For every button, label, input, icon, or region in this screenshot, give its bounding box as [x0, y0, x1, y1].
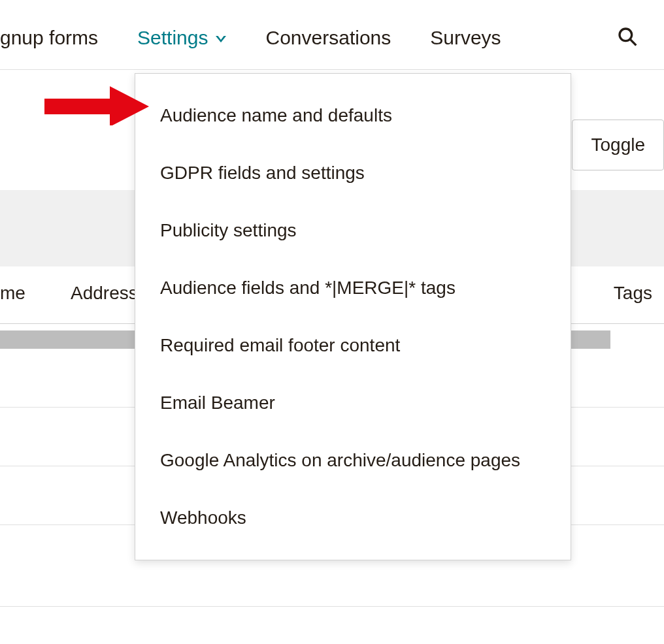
nav-conversations-label: Conversations [265, 27, 391, 49]
svg-line-1 [631, 40, 637, 46]
dropdown-item-audience-name-defaults[interactable]: Audience name and defaults [135, 87, 571, 144]
search-icon [617, 38, 638, 49]
dropdown-item-label: Publicity settings [160, 220, 297, 240]
column-header-name[interactable]: me [0, 283, 59, 304]
dropdown-item-label: Audience fields and *|MERGE|* tags [160, 278, 456, 298]
dropdown-item-email-beamer[interactable]: Email Beamer [135, 374, 571, 432]
dropdown-item-publicity[interactable]: Publicity settings [135, 202, 571, 259]
nav-surveys-label: Surveys [430, 27, 501, 49]
dropdown-item-webhooks[interactable]: Webhooks [135, 489, 571, 547]
column-header-tags[interactable]: Tags [614, 283, 664, 304]
dropdown-item-footer-content[interactable]: Required email footer content [135, 317, 571, 374]
svg-marker-3 [110, 86, 149, 125]
dropdown-item-label: GDPR fields and settings [160, 163, 365, 183]
svg-point-0 [620, 29, 632, 41]
nav-signup-forms[interactable]: gnup forms [0, 27, 118, 49]
nav-surveys[interactable]: Surveys [410, 27, 520, 49]
dropdown-item-label: Audience name and defaults [160, 105, 392, 125]
chevron-down-icon [216, 36, 226, 42]
nav-settings-label: Settings [137, 27, 208, 49]
svg-rect-2 [44, 99, 110, 114]
toggle-button-label: Toggle [591, 135, 645, 155]
nav-conversations[interactable]: Conversations [246, 27, 410, 49]
dropdown-item-merge-tags[interactable]: Audience fields and *|MERGE|* tags [135, 259, 571, 317]
dropdown-item-label: Email Beamer [160, 393, 275, 413]
row-divider [0, 606, 664, 607]
settings-dropdown: Audience name and defaults GDPR fields a… [135, 73, 571, 560]
dropdown-item-label: Google Analytics on archive/audience pag… [160, 450, 520, 470]
dropdown-item-gdpr[interactable]: GDPR fields and settings [135, 144, 571, 202]
toggle-button[interactable]: Toggle [572, 120, 664, 170]
nav-settings[interactable]: Settings [118, 27, 246, 49]
callout-arrow-icon [44, 86, 149, 128]
dropdown-item-label: Webhooks [160, 507, 246, 528]
search-button[interactable] [597, 26, 664, 50]
column-header-address[interactable]: Address [59, 283, 138, 304]
dropdown-item-label: Required email footer content [160, 335, 400, 355]
dropdown-item-google-analytics[interactable]: Google Analytics on archive/audience pag… [135, 432, 571, 489]
nav-signup-forms-label: gnup forms [0, 27, 98, 49]
top-nav: gnup forms Settings Conversations Survey… [0, 0, 664, 70]
